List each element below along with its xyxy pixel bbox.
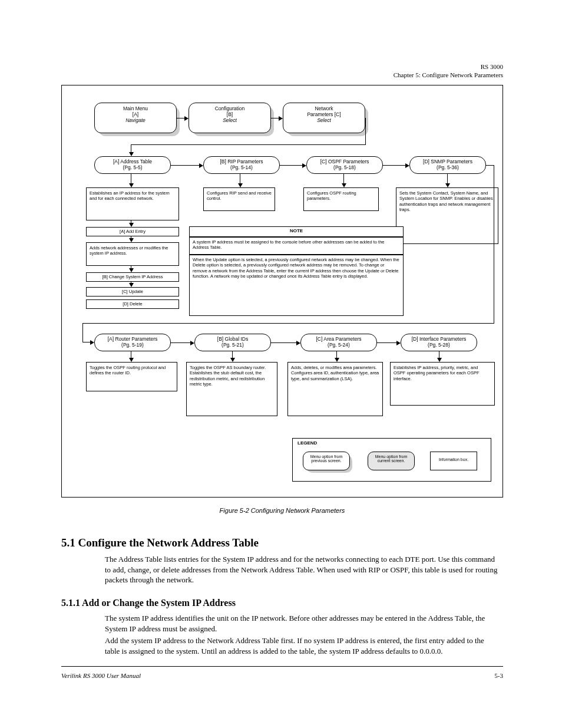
box-main-l2: [A] xyxy=(98,111,173,117)
footer-left: Verilink RS 3000 User Manual xyxy=(61,672,141,679)
conn-snmp-out xyxy=(486,165,494,166)
s4-txt: [D] Delete xyxy=(123,301,142,307)
note-sub: A system IP address must be assigned to … xyxy=(189,237,404,255)
info-rip: Configures RIP send and receive control. xyxy=(203,187,275,211)
menu-global-ids: [B] Global IDs (Pg. 5-21) xyxy=(194,334,271,351)
menu-router: [A] Router Parameters (Pg. 5-19) xyxy=(94,334,171,351)
i2-rtr-txt: Toggles the OSPF routing protocol and de… xyxy=(90,365,166,375)
slim-delete: [D] Delete xyxy=(86,299,179,309)
hdr-chapter: Chapter 5: Configure Network Parameters xyxy=(394,71,503,79)
section-5-1-head: 5.1 Configure the Network Address Table xyxy=(61,536,259,549)
arrow-net-addr xyxy=(129,144,134,156)
box-net-l2: Parameters [C] xyxy=(287,111,361,117)
arrow-rip-d xyxy=(238,174,243,187)
box-main-menu: Main Menu [A] Navigate xyxy=(94,103,177,133)
menu-rip-txt: [B] RIP Parameters (Pg. 5-14) xyxy=(220,159,263,170)
section-5-1-1-p2: Add the system IP address to the Network… xyxy=(105,635,501,656)
footer-right: 5-3 xyxy=(494,672,503,679)
menu-area: [C] Area Parameters (Pg. 5-24) xyxy=(300,334,377,351)
info-address: Establishes an IP address for the system… xyxy=(86,187,179,220)
box-conf-l1: Configuration xyxy=(193,106,267,111)
menu-ospf: [C] OSPF Parameters (Pg. 5-18) xyxy=(306,156,383,174)
s2-txt: [B] Change System IP Address xyxy=(103,274,163,279)
arrow-r1-c xyxy=(383,163,409,168)
box-network: Network Parameters [C] Select xyxy=(283,103,365,133)
arrow-r2-b xyxy=(271,341,300,345)
m2-intf-txt: [D] Interface Parameters (Pg. 5-28) xyxy=(412,336,467,348)
conn-net-down xyxy=(365,118,366,144)
s1-txt: [A] Add Entry xyxy=(120,229,146,234)
legend-prev: Menu option from previous screen. xyxy=(303,452,350,470)
menu-addr-txt: [A] Address Table (Pg. 5-5) xyxy=(113,159,152,170)
arrow-rtr-d xyxy=(129,351,134,362)
info-snmp-txt: Sets the System Contact, System Name, an… xyxy=(399,190,493,212)
box-net-l1: Network xyxy=(287,106,361,111)
section-5-1-para: The Address Table lists entries for the … xyxy=(105,554,500,585)
info-globalids: Toggles the OSPF AS boundary router. Est… xyxy=(186,362,277,416)
info-ospf-txt: Configures OSPF routing parameters. xyxy=(307,190,356,201)
arrow-area-d xyxy=(335,351,339,362)
section-5-1-1-p1: The system IP address identifies the uni… xyxy=(105,613,500,634)
menu-snmp-txt: [D] SNMP Parameters (Pg. 5-36) xyxy=(423,159,472,170)
note-sub-txt: A system IP address must be assigned to … xyxy=(193,239,384,250)
conn-row2-v xyxy=(82,323,83,342)
box-main-l3: Navigate xyxy=(98,117,173,123)
s3-txt: [C] Update xyxy=(122,289,143,294)
leg2-txt: Menu option from current screen. xyxy=(375,454,407,463)
info-addr2: Adds network addresses or modifies the s… xyxy=(86,242,179,266)
box-net-l3: Select xyxy=(287,117,361,123)
info-router: Toggles the OSPF routing protocol and de… xyxy=(86,362,177,391)
arrow-ospf-d xyxy=(342,174,346,187)
slim-change-ip: [B] Change System IP Address xyxy=(86,272,179,282)
info-snmp: Sets the System Contact, System Name, an… xyxy=(396,187,498,244)
menu-interface: [D] Interface Parameters (Pg. 5-28) xyxy=(401,334,477,351)
arrow-addr-s1 xyxy=(129,220,134,227)
arrow-row2-in xyxy=(82,340,94,345)
i2-intf-txt: Establishes IP address, priority, metric… xyxy=(394,365,479,381)
menu-snmp: [D] SNMP Parameters (Pg. 5-36) xyxy=(409,156,486,174)
arrow-snmp-d xyxy=(445,174,450,187)
arrow-addr-d xyxy=(129,174,134,187)
arrow-addr-s2 xyxy=(129,266,134,272)
i2-area-txt: Adds, deletes, or modifies area paramete… xyxy=(291,365,379,381)
i-addr2-txt: Adds network addresses or modifies the s… xyxy=(90,245,168,256)
arrow-addr-s3 xyxy=(129,282,134,287)
info-addr-txt: Establishes an IP address for the system… xyxy=(90,190,170,201)
footer-rule xyxy=(61,666,503,667)
box-configuration: Configuration [B] Select xyxy=(189,103,271,133)
arrow-intf-d xyxy=(437,351,442,362)
arrow-ids-d xyxy=(230,351,235,362)
arrow-r1-b xyxy=(280,163,306,168)
arrow-r2-a xyxy=(171,341,194,345)
hdr-product: RS 3000 xyxy=(394,62,503,71)
slim-update: [C] Update xyxy=(86,287,179,297)
figure-caption: Figure 5-2 Configuring Network Parameter… xyxy=(61,507,503,514)
info-interface: Establishes IP address, priority, metric… xyxy=(390,362,495,406)
m2-ids-txt: [B] Global IDs (Pg. 5-21) xyxy=(217,336,248,348)
arrow-conf-net xyxy=(271,116,283,121)
note-body-txt: When the Update option is selected, a pr… xyxy=(193,257,399,279)
note-body: When the Update option is selected, a pr… xyxy=(189,255,404,316)
legend-curr: Menu option from current screen. xyxy=(368,452,415,470)
leg1-txt: Menu option from previous screen. xyxy=(310,454,342,463)
legend-info: Information box. xyxy=(430,452,477,470)
slim-add-entry: [A] Add Entry xyxy=(86,227,179,236)
box-conf-l2: [B] xyxy=(193,111,267,117)
arrow-addr-i2 xyxy=(129,236,134,242)
arrow-main-conf xyxy=(177,116,189,121)
menu-ospf-txt: [C] OSPF Parameters (Pg. 5-18) xyxy=(320,159,369,170)
i2-ids-txt: Toggles the OSPF AS boundary router. Est… xyxy=(190,365,266,387)
legend-title: LEGEND xyxy=(297,440,317,446)
note-title: NOTE xyxy=(189,226,404,237)
note-title-txt: NOTE xyxy=(290,228,303,233)
info-rip-txt: Configures RIP send and receive control. xyxy=(207,190,272,201)
box-main-l1: Main Menu xyxy=(98,106,173,111)
m2-area-txt: [C] Area Parameters (Pg. 5-24) xyxy=(316,336,361,348)
section-5-1-1-head: 5.1.1 Add or Change the System IP Addres… xyxy=(61,598,236,608)
conn-net-h xyxy=(131,144,366,145)
arrow-r1-a xyxy=(171,163,203,168)
conn-snmp-down xyxy=(494,165,494,323)
info-area: Adds, deletes, or modifies area paramete… xyxy=(287,362,383,416)
box-conf-l3: Select xyxy=(193,117,267,123)
m2-rtr-txt: [A] Router Parameters (Pg. 5-19) xyxy=(108,336,158,348)
